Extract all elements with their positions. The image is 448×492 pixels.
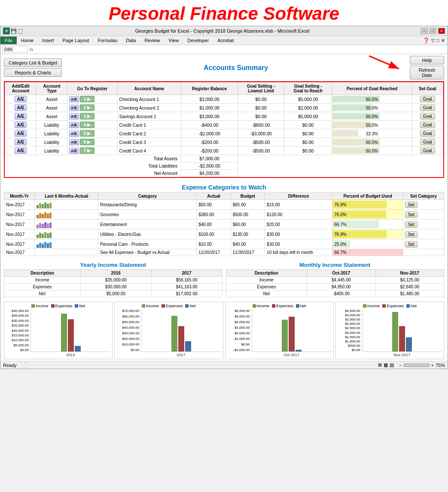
yi-col-2017: 2017 xyxy=(151,270,222,277)
close-btn[interactable]: ✕ xyxy=(438,28,445,34)
category-list-button[interactable]: Category List & Budget xyxy=(4,58,62,67)
menu-view[interactable]: View xyxy=(165,37,183,44)
ae-btn2-0[interactable]: A/E xyxy=(69,96,79,102)
set-btn-0[interactable]: Set xyxy=(405,202,418,208)
help-icon[interactable]: ❓ xyxy=(423,37,430,44)
register-arrow-2[interactable]: 3 ▶ xyxy=(80,113,94,119)
menu-acrobat[interactable]: Acrobat xyxy=(213,37,238,44)
chart-x-label-2: Oct-2017 xyxy=(252,353,332,357)
exp-minibars-0 xyxy=(35,200,98,210)
main-content: Category List & Budget Reports & Charts … xyxy=(0,54,448,361)
goal-button-4[interactable]: Goal xyxy=(420,130,435,137)
window-close-icon[interactable]: ✕ xyxy=(441,38,445,43)
ae-btn2-2[interactable]: A/E xyxy=(69,113,79,119)
exp-actual-1: $380.00 xyxy=(197,210,231,220)
y-label: $2,500.00 xyxy=(338,326,360,330)
bar-1-0 xyxy=(171,316,177,351)
exp-col-month: Month-Yr xyxy=(4,193,35,200)
menu-bar: File Home Insert Page Layout Formulas Da… xyxy=(0,36,448,45)
register-arrow-4[interactable]: 5 ▶ xyxy=(80,130,94,137)
goal-button-3[interactable]: Goal xyxy=(420,122,435,128)
ae-button-0[interactable]: A/E xyxy=(15,96,27,102)
yi-col-2016: 2016 xyxy=(80,270,151,277)
ae-button-1[interactable]: A/E xyxy=(15,104,27,111)
exp-actual-5: 11/20/2017 xyxy=(197,249,231,256)
ae-button-4[interactable]: A/E xyxy=(15,130,27,137)
bar-0-0 xyxy=(61,314,67,351)
legend-3-2: Net xyxy=(411,304,417,308)
set-btn-4[interactable]: Set xyxy=(405,241,418,248)
ae-button-2[interactable]: A/E xyxy=(15,113,27,119)
window-title: Georges Budget for Excel - Copyright 201… xyxy=(24,28,421,34)
mi-oct-0: $4,445.00 xyxy=(307,277,375,284)
goal-button-2[interactable]: Goal xyxy=(420,113,435,119)
zoom-plus-icon[interactable]: + xyxy=(431,363,434,368)
register-arrow-5[interactable]: 6 ▶ xyxy=(80,139,94,145)
zoom-level: 75% xyxy=(436,363,445,368)
formula-input[interactable] xyxy=(35,47,446,52)
menu-insert[interactable]: Insert xyxy=(38,37,58,44)
set-btn-2[interactable]: Set xyxy=(405,221,418,228)
reports-charts-button[interactable]: Reports & Charts xyxy=(4,68,62,77)
ae-btn2-3[interactable]: A/E xyxy=(69,122,79,128)
y-label: $30,000.00 xyxy=(6,319,29,323)
yi-label-1: Expenses xyxy=(4,284,81,290)
goal-button-5[interactable]: Goal xyxy=(420,139,435,145)
goal-button-6[interactable]: Goal xyxy=(420,147,435,154)
goal-button-0[interactable]: Goal xyxy=(420,96,435,102)
exp-category-5: See All Expenses - Budget vs Actual xyxy=(98,249,197,256)
minimize-btn[interactable]: – xyxy=(421,28,428,34)
lowest-3: -$800.00 xyxy=(238,121,284,129)
ae-btn2-6[interactable]: A/E xyxy=(69,148,79,154)
menu-developer[interactable]: Developer xyxy=(183,37,213,44)
restore-icon[interactable]: □ xyxy=(436,38,439,43)
menu-review[interactable]: Review xyxy=(140,37,164,44)
zoom-minus-icon[interactable]: − xyxy=(399,363,402,368)
exp-col-last6: Last 6 Months-Actual xyxy=(35,193,98,200)
bar-2-0 xyxy=(282,320,288,351)
exp-diff-1: $120.00 xyxy=(265,210,332,220)
menu-home[interactable]: Home xyxy=(17,37,38,44)
name-box[interactable] xyxy=(2,46,28,53)
account-row: A/E Asset A/E 2 ▶ Checking Account 2 $1,… xyxy=(5,104,443,112)
set-btn-1[interactable]: Set xyxy=(405,211,418,218)
help-button[interactable]: Help xyxy=(410,56,444,64)
ae-btn2-1[interactable]: A/E xyxy=(69,105,79,111)
menu-page-layout[interactable]: Page Layout xyxy=(58,37,94,44)
ae-btn2-5[interactable]: A/E xyxy=(69,139,79,145)
register-arrow-3[interactable]: 4 ▶ xyxy=(80,122,94,128)
bar-3-1 xyxy=(399,326,405,351)
view-page-break-icon[interactable]: ▤ xyxy=(390,362,394,368)
register-arrow-1[interactable]: 2 ▶ xyxy=(80,104,94,111)
y-label: $5,000.00 xyxy=(6,343,29,347)
register-arrow-6[interactable]: 7 ▶ xyxy=(80,147,94,154)
page-title: Personal Finance Software xyxy=(0,0,448,26)
ae-button-6[interactable]: A/E xyxy=(15,147,27,154)
exp-budget-0: $65.00 xyxy=(231,200,265,210)
exp-minibars-4 xyxy=(35,239,98,249)
set-btn-3[interactable]: Set xyxy=(405,231,418,238)
menu-data[interactable]: Data xyxy=(122,37,140,44)
ae-button-5[interactable]: A/E xyxy=(15,139,27,145)
exp-diff-3: $30.00 xyxy=(265,229,332,239)
view-normal-icon[interactable]: ⊠ xyxy=(378,362,382,368)
exp-month-5: Nov-2017 xyxy=(4,249,35,256)
col-goal-lowest: Goal Setting -Lowest Limit xyxy=(238,83,284,95)
maximize-btn[interactable]: □ xyxy=(430,28,436,34)
expense-row: Nov-2017 Utilities - Electric/Gas $100.0… xyxy=(4,229,444,239)
goal-button-1[interactable]: Goal xyxy=(420,104,435,111)
minimize-ribbon-icon[interactable]: ▽ xyxy=(431,38,435,43)
balance-0: $3,000.00 xyxy=(181,95,238,104)
menu-formulas[interactable]: Formulas xyxy=(93,37,122,44)
goal-reach-0: $5,000.00 xyxy=(284,95,332,104)
view-layout-icon[interactable]: ▦ xyxy=(384,362,388,368)
ae-btn2-4[interactable]: A/E xyxy=(69,131,79,137)
yi-2017-1: $41,163.00 xyxy=(151,284,222,290)
account-row: A/E Asset A/E 3 ▶ Savings Account 1 $3,0… xyxy=(5,112,443,121)
refresh-date-button[interactable]: Refresh Date xyxy=(410,66,444,79)
menu-file[interactable]: File xyxy=(0,37,17,44)
expense-row: Nov-2017 Groceries $380.00 $500.00 $120.… xyxy=(4,210,444,220)
monthly-row: Net -$405.00 $1,485.00 xyxy=(226,290,444,297)
ae-button-3[interactable]: A/E xyxy=(15,122,27,128)
register-arrow-0[interactable]: 1 ▶ xyxy=(80,96,94,102)
